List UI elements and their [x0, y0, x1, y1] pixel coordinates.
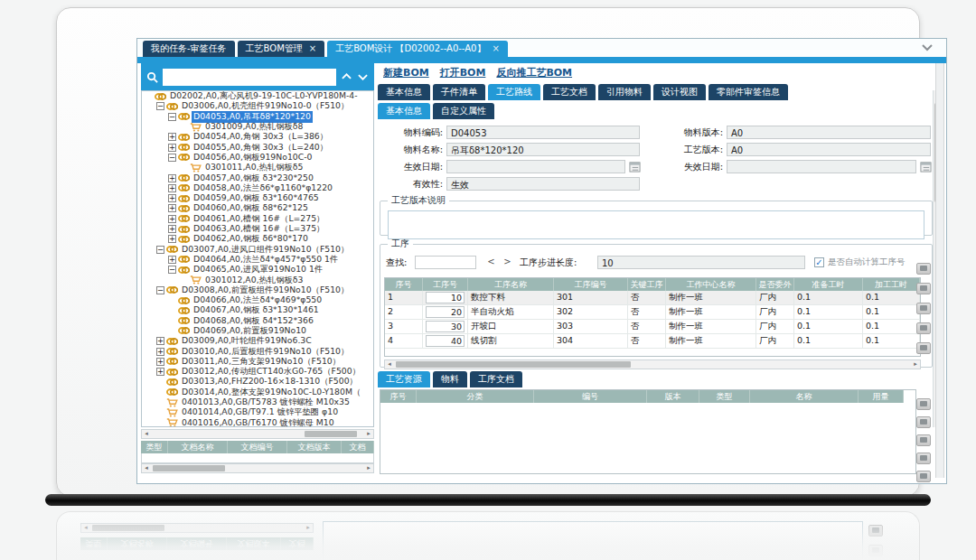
tree-search-input[interactable] [163, 69, 336, 86]
effective-date-field[interactable] [446, 160, 625, 173]
tree-horizontal-scrollbar[interactable]: ◂ ▸ [141, 429, 374, 439]
search-prev-icon[interactable] [341, 71, 352, 83]
material-name-field[interactable]: 吊耳δ8*120*120 [446, 143, 640, 156]
delete-row-icon[interactable] [916, 416, 931, 428]
panel-splitter[interactable] [935, 63, 944, 478]
operations-horizontal-scrollbar[interactable]: ◂ ▸ [384, 359, 921, 369]
operation-number-field[interactable]: 20 [426, 306, 465, 318]
scroll-left-icon[interactable]: ◂ [142, 430, 151, 438]
process-version-field[interactable]: A0 [727, 143, 931, 156]
expander-icon[interactable]: + [156, 368, 164, 376]
toolbar-link[interactable]: 反向推工艺BOM [496, 66, 572, 80]
window-tab[interactable]: 我的任务-审签任务 [143, 41, 235, 57]
expander-icon[interactable]: + [156, 348, 164, 356]
scrollbar-thumb[interactable] [396, 361, 631, 368]
material-version-field[interactable]: A0 [727, 126, 931, 139]
calendar-icon[interactable] [629, 161, 641, 173]
expander-icon[interactable]: − [168, 154, 176, 162]
expire-date-field[interactable] [727, 160, 916, 173]
chevron-down-icon[interactable] [921, 43, 934, 51]
expander-icon[interactable]: − [156, 102, 164, 110]
sub-tab[interactable]: 自定义属性 [433, 103, 494, 119]
toolbar-link[interactable]: 新建BOM [383, 66, 429, 80]
expander-icon[interactable]: − [168, 266, 176, 274]
operation-cell: 3 [385, 320, 423, 333]
operation-number-field[interactable]: 10 [426, 292, 465, 303]
icon-glyph [920, 345, 927, 350]
window-tab[interactable]: 工艺BOM管理× [238, 41, 325, 57]
add-row-icon[interactable] [916, 263, 931, 275]
calendar-icon[interactable] [920, 161, 932, 173]
document-horizontal-scrollbar[interactable]: ◂ ▸ [141, 463, 374, 473]
expander-icon[interactable]: + [168, 235, 176, 243]
expander-icon[interactable]: + [168, 194, 176, 202]
step-length-input[interactable]: 10 [597, 256, 805, 269]
material-code-field[interactable]: D04053 [446, 126, 640, 139]
tab-close-icon[interactable]: × [309, 41, 316, 57]
tree-node[interactable]: 0401016,A0,GB/T6170 镀锌螺母 M10 [142, 418, 373, 428]
column-header: 序号 [385, 278, 423, 291]
operation-row[interactable]: 220半自动火焰302否制作一班厂内0.10.1 [385, 305, 920, 320]
search-next-icon[interactable] [357, 71, 369, 83]
expander-icon[interactable]: + [156, 358, 164, 366]
main-tab[interactable]: 基本信息 [378, 84, 430, 100]
prev-operation-button[interactable]: < [485, 256, 497, 268]
expander-icon[interactable]: + [168, 256, 176, 264]
expander-icon[interactable]: + [168, 215, 176, 223]
move-down-icon[interactable] [916, 471, 931, 482]
scroll-left-icon[interactable]: ◂ [142, 464, 151, 472]
resource-tab[interactable]: 物料 [433, 371, 467, 387]
scrollbar-thumb[interactable] [153, 465, 225, 471]
main-tab[interactable]: 子件清单 [433, 84, 485, 100]
edit-row-icon[interactable] [916, 303, 931, 314]
expire-date-label: 失效日期: [658, 160, 723, 174]
expander-icon[interactable]: − [168, 113, 176, 121]
scrollbar-thumb[interactable] [305, 431, 357, 437]
tree-node-label[interactable]: 0401016,A0,GB/T6170 镀锌螺母 M10 [180, 417, 336, 427]
edit-row-icon[interactable] [916, 434, 931, 446]
expander-icon[interactable]: + [168, 204, 176, 212]
tab-close-icon[interactable]: × [492, 41, 499, 57]
add-row-icon[interactable] [916, 398, 931, 410]
move-down-icon[interactable] [916, 342, 931, 354]
validity-label: 有效性: [378, 177, 443, 191]
operation-number-field[interactable]: 40 [426, 335, 465, 347]
move-up-icon[interactable] [916, 322, 931, 334]
scroll-right-icon[interactable]: ▸ [364, 464, 373, 472]
expander-icon[interactable]: − [156, 286, 164, 294]
main-tab[interactable]: 工艺路线 [488, 84, 540, 100]
resource-tab[interactable]: 工序文档 [470, 371, 522, 387]
expander-icon[interactable]: + [156, 337, 164, 345]
scroll-left-icon[interactable]: ◂ [385, 360, 394, 369]
operation-number-field[interactable]: 30 [426, 321, 465, 332]
expander-icon[interactable]: + [168, 144, 176, 152]
move-up-icon[interactable] [916, 453, 931, 464]
find-label: 查找: [386, 256, 407, 270]
sub-tab[interactable]: 基本信息 [378, 103, 430, 119]
auto-calc-checkbox[interactable]: ✓ [814, 257, 824, 267]
delete-row-icon[interactable] [916, 283, 931, 294]
expander-icon[interactable]: + [168, 133, 176, 141]
toolbar-link[interactable]: 打开BOM [440, 66, 486, 80]
link-icon [178, 133, 190, 142]
main-tab[interactable]: 引用物料 [598, 84, 651, 100]
expander-icon[interactable]: + [168, 184, 176, 192]
operation-row[interactable]: 440线切割304否制作一班厂内0.10.1 [385, 334, 920, 349]
window-tab[interactable]: 工艺BOM设计 【D02002--A0--A0】× [327, 41, 508, 57]
main-tab[interactable]: 工艺文档 [543, 84, 596, 100]
expander-icon[interactable]: + [168, 225, 176, 233]
find-input[interactable] [415, 256, 476, 269]
link-icon [178, 183, 190, 192]
main-tab[interactable]: 设计视图 [653, 84, 706, 100]
version-note-textarea[interactable] [388, 210, 924, 239]
operation-row[interactable]: 110数控下料301否制作一班厂内0.10.1 [385, 291, 920, 305]
main-tab[interactable]: 零部件审签信息 [709, 84, 788, 100]
operation-row[interactable]: 330开坡口303否制作一班厂内0.10.1 [385, 320, 920, 334]
resource-tab[interactable]: 工艺资源 [378, 371, 430, 387]
expander-icon[interactable]: + [168, 174, 176, 182]
next-operation-button[interactable]: > [502, 256, 513, 268]
scroll-right-icon[interactable]: ▸ [364, 430, 373, 438]
operation-cell: 制作一班 [666, 305, 756, 319]
app-window: 我的任务-审签任务工艺BOM管理×工艺BOM设计 【D02002--A0--A0… [136, 38, 947, 484]
expander-icon[interactable]: − [156, 246, 164, 254]
